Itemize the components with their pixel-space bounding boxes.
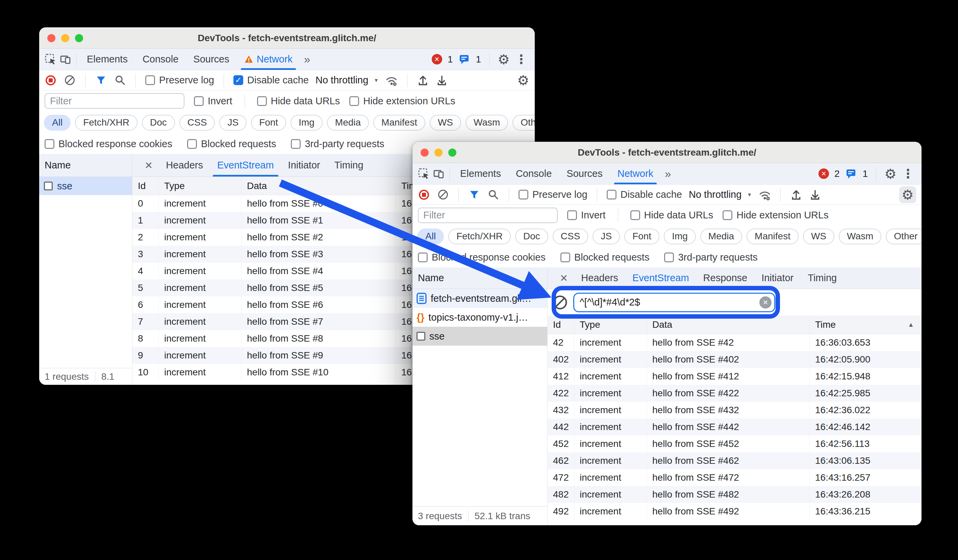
filter-chip[interactable]: WS bbox=[803, 229, 834, 244]
request-row-sse[interactable]: sse bbox=[412, 327, 547, 346]
invert-checkbox[interactable]: Invert bbox=[194, 95, 232, 107]
clear-network-log-icon[interactable] bbox=[437, 189, 449, 201]
request-checkbox[interactable] bbox=[417, 332, 425, 340]
more-options-icon[interactable]: ⋮ bbox=[902, 168, 914, 180]
col-id[interactable]: Id bbox=[132, 177, 159, 195]
issues-icon[interactable] bbox=[845, 168, 857, 180]
blocked-filter-checkbox[interactable]: Blocked response cookies bbox=[418, 252, 546, 263]
filter-chip[interactable]: All bbox=[44, 115, 71, 131]
name-column-header[interactable]: Name bbox=[39, 154, 132, 177]
devtools-tab[interactable]: Sources bbox=[559, 163, 610, 184]
block-icon[interactable] bbox=[552, 295, 568, 310]
record-network-log-icon[interactable] bbox=[44, 74, 57, 86]
eventstream-row[interactable]: 472 increment hello from SSE #472 16:43:… bbox=[547, 469, 922, 486]
disable-cache-checkbox[interactable]: Disable cache bbox=[233, 74, 309, 86]
devtools-tab[interactable]: Network bbox=[610, 163, 661, 184]
eventstream-row[interactable]: 42 increment hello from SSE #42 16:36:03… bbox=[547, 334, 922, 351]
titlebar[interactable]: DevTools - fetch-eventstream.glitch.me/ bbox=[412, 142, 922, 163]
eventstream-row[interactable]: 462 increment hello from SSE #462 16:43:… bbox=[547, 452, 922, 469]
col-data[interactable]: Data bbox=[241, 177, 396, 195]
network-conditions-icon[interactable] bbox=[385, 74, 398, 86]
eventstream-row[interactable]: 442 increment hello from SSE #442 16:42:… bbox=[547, 419, 922, 435]
detail-tab[interactable]: Headers bbox=[574, 267, 625, 289]
detail-tab[interactable]: Timing bbox=[801, 267, 844, 289]
import-har-icon[interactable] bbox=[790, 189, 802, 201]
settings-gear-icon[interactable]: ⚙ bbox=[498, 53, 510, 66]
filter-chip[interactable]: Doc bbox=[515, 229, 548, 244]
filter-chip[interactable]: CSS bbox=[553, 229, 588, 244]
hide-data-urls-checkbox[interactable]: Hide data URLs bbox=[257, 95, 340, 107]
devtools-tab[interactable]: Console bbox=[135, 49, 186, 70]
detail-tab[interactable]: Timing bbox=[327, 154, 371, 177]
import-har-icon[interactable] bbox=[417, 74, 429, 86]
export-har-icon[interactable] bbox=[436, 74, 448, 86]
hide-extension-urls-checkbox[interactable]: Hide extension URLs bbox=[349, 95, 455, 107]
request-row-json[interactable]: {} topics-taxonomy-v1.j… bbox=[412, 308, 547, 327]
filter-chip[interactable]: Media bbox=[700, 229, 742, 244]
eventstream-regex-filter-input[interactable] bbox=[573, 293, 775, 312]
blocked-filter-checkbox[interactable]: Blocked response cookies bbox=[44, 138, 172, 150]
filter-chip[interactable]: All bbox=[417, 229, 444, 244]
devtools-tab[interactable]: Sources bbox=[186, 49, 236, 70]
filter-chip[interactable]: Other bbox=[886, 229, 922, 244]
col-type[interactable]: Type bbox=[574, 316, 647, 334]
filter-chip[interactable]: Media bbox=[327, 115, 369, 131]
request-checkbox[interactable] bbox=[44, 182, 53, 190]
filter-chip[interactable]: Manifest bbox=[747, 229, 799, 244]
more-options-icon[interactable]: ⋮ bbox=[515, 53, 527, 65]
col-data[interactable]: Data bbox=[647, 316, 810, 334]
devtools-tab[interactable]: Elements bbox=[453, 163, 508, 184]
filter-chip[interactable]: Img bbox=[290, 115, 323, 131]
filter-chip[interactable]: JS bbox=[593, 229, 620, 244]
eventstream-row[interactable]: 412 increment hello from SSE #412 16:42:… bbox=[547, 368, 922, 385]
inspect-element-icon[interactable] bbox=[44, 53, 57, 65]
device-toolbar-icon[interactable] bbox=[433, 168, 445, 180]
filter-chip[interactable]: Doc bbox=[142, 115, 175, 131]
name-column-header[interactable]: Name bbox=[412, 267, 547, 289]
filter-input[interactable] bbox=[44, 93, 184, 109]
eventstream-row[interactable]: 482 increment hello from SSE #482 16:43:… bbox=[547, 486, 922, 503]
eventstream-row[interactable]: 422 increment hello from SSE #422 16:42:… bbox=[547, 385, 922, 402]
detail-tab[interactable]: EventStream bbox=[625, 267, 696, 289]
filter-chip[interactable]: Wasm bbox=[839, 229, 881, 244]
blocked-filter-checkbox[interactable]: Blocked requests bbox=[560, 252, 649, 263]
throttling-select[interactable]: No throttling ▼ bbox=[316, 74, 379, 86]
filter-chip[interactable]: CSS bbox=[179, 115, 215, 131]
filter-chip[interactable]: Manifest bbox=[373, 115, 425, 131]
blocked-filter-checkbox[interactable]: 3rd-party requests bbox=[291, 138, 384, 150]
close-detail-icon[interactable]: ✕ bbox=[554, 267, 574, 289]
error-badge-icon[interactable]: ✕ bbox=[432, 54, 442, 65]
hide-extension-urls-checkbox[interactable]: Hide extension URLs bbox=[723, 210, 828, 221]
detail-tab[interactable]: EventStream bbox=[210, 154, 281, 177]
filter-chip[interactable]: Font bbox=[251, 115, 286, 131]
devtools-tab[interactable]: Elements bbox=[79, 49, 135, 70]
export-har-icon[interactable] bbox=[809, 189, 821, 201]
devtools-tab[interactable]: » bbox=[661, 163, 675, 184]
network-conditions-icon[interactable] bbox=[759, 189, 771, 201]
issues-icon[interactable] bbox=[458, 53, 471, 65]
invert-checkbox[interactable]: Invert bbox=[567, 210, 606, 221]
col-type[interactable]: Type bbox=[159, 177, 241, 195]
filter-icon[interactable] bbox=[95, 74, 107, 86]
eventstream-row[interactable]: 402 increment hello from SSE #402 16:42:… bbox=[547, 351, 922, 368]
network-settings-gear-icon[interactable]: ⚙ bbox=[899, 186, 916, 203]
request-row-document[interactable]: fetch-eventstream.gli… bbox=[412, 289, 547, 308]
filter-chip[interactable]: Fetch/XHR bbox=[448, 229, 511, 244]
disable-cache-checkbox[interactable]: Disable cache bbox=[607, 189, 682, 200]
device-toolbar-icon[interactable] bbox=[59, 53, 71, 65]
request-row-sse[interactable]: sse bbox=[39, 177, 132, 195]
preserve-log-checkbox[interactable]: Preserve log bbox=[519, 189, 587, 200]
filter-chip[interactable]: Font bbox=[624, 229, 659, 244]
search-icon[interactable] bbox=[114, 74, 126, 86]
clear-filter-icon[interactable]: ✕ bbox=[760, 296, 772, 308]
filter-chip[interactable]: JS bbox=[219, 115, 247, 131]
filter-chip[interactable]: Other bbox=[512, 115, 535, 131]
hide-data-urls-checkbox[interactable]: Hide data URLs bbox=[630, 210, 714, 221]
devtools-tab[interactable]: Network bbox=[237, 49, 300, 70]
network-settings-gear-icon[interactable]: ⚙ bbox=[517, 74, 529, 86]
eventstream-row[interactable]: 452 increment hello from SSE #452 16:42:… bbox=[547, 435, 922, 452]
eventstream-row[interactable]: 492 increment hello from SSE #492 16:43:… bbox=[547, 503, 922, 520]
filter-chip[interactable]: WS bbox=[430, 115, 461, 131]
col-id[interactable]: Id bbox=[547, 316, 574, 334]
detail-tab[interactable]: Response bbox=[696, 267, 755, 289]
